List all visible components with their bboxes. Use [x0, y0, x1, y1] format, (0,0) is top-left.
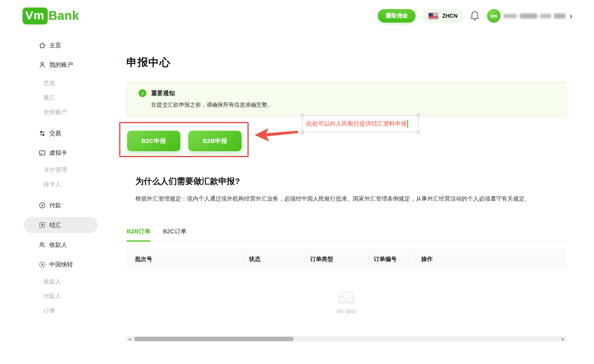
empty-state-text: No data — [337, 308, 356, 314]
sidebar-item-card-management[interactable]: 卡片管理 — [24, 163, 97, 177]
redacted-username — [504, 13, 566, 19]
b2c-declare-button[interactable]: B2C申报 — [127, 131, 180, 151]
selection-handle-icon — [301, 131, 304, 134]
sidebar-item-settlement[interactable]: ¥ 结汇 — [24, 217, 97, 233]
language-selector[interactable]: ZHCN — [423, 9, 463, 23]
logo-vm-badge: Vm — [22, 8, 48, 24]
tab-b2c-orders[interactable]: B2C订单 — [163, 224, 186, 241]
sidebar-item-virtual-card[interactable]: 虚拟卡 — [24, 145, 97, 161]
user-avatar: vm — [487, 9, 500, 23]
sidebar-item-home[interactable]: 主页 — [24, 38, 97, 53]
sidebar-nav: 主页 我的账户 总览 换汇 全球账户 交易 虚拟卡 卡片管理 持卡人 ¥ 付款 … — [0, 32, 118, 364]
column-order-number: 订单编号 — [368, 255, 416, 263]
column-batch-number: 批次号 — [126, 255, 244, 263]
why-heading: 为什么人们需要做汇款申报? — [135, 176, 566, 187]
top-header: Vm Bank 赚取佣金 ZHCN vm › — [0, 0, 594, 32]
sidebar-item-cft-payers[interactable]: 付款人 — [24, 289, 97, 304]
annotation-text-box: 此处可以向人民银行提供结汇资料申报 — [302, 115, 418, 132]
transfer-arrows-icon — [39, 130, 46, 137]
column-status: 状态 — [244, 255, 305, 263]
column-order-type: 订单类型 — [305, 255, 368, 263]
svg-text:¥: ¥ — [41, 223, 43, 227]
chevron-right-icon[interactable]: › — [570, 12, 572, 20]
selection-handle-icon — [301, 114, 304, 117]
sidebar-item-payments[interactable]: ¥ 付款 — [24, 197, 97, 213]
sidebar-item-label: 收款人 — [49, 241, 67, 249]
yuan-circle-icon: ¥ — [39, 202, 46, 209]
annotation-text: 此处可以向人民银行提供结汇资料申报 — [306, 120, 407, 128]
vmbank-logo[interactable]: Vm Bank — [22, 8, 79, 24]
column-actions: 操作 — [416, 255, 566, 263]
sidebar-item-label: 中国快转 — [49, 261, 73, 268]
sidebar-item-cft-orders[interactable]: 订单 — [24, 304, 97, 318]
sidebar-item-label: 虚拟卡 — [49, 149, 67, 157]
sidebar-item-label: 我的账户 — [49, 61, 73, 69]
sidebar-item-cardholders[interactable]: 持卡人 — [24, 177, 97, 192]
empty-state: No data — [126, 269, 566, 336]
yuan-square-icon: ¥ — [39, 221, 46, 229]
main-content: 申报中心 i 重要通知 在提交汇款申报之前，请确保所有信息准确完整。 B2C申报… — [126, 32, 566, 342]
notice-body: 在提交汇款申报之前，请确保所有信息准确完整。 — [151, 101, 557, 109]
sidebar-item-cft-payees[interactable]: 收款人 — [24, 274, 97, 289]
yuan-dashed-circle-icon: ¥ — [39, 261, 46, 268]
us-flag-icon — [428, 13, 438, 19]
notification-bell-icon[interactable] — [470, 11, 480, 21]
sidebar-item-exchange[interactable]: 换汇 — [24, 90, 97, 105]
sidebar-item-payees[interactable]: 收款人 — [24, 237, 97, 253]
tab-b2b-orders[interactable]: B2B订单 — [127, 224, 150, 242]
sidebar-item-overview[interactable]: 总览 — [24, 76, 97, 90]
sidebar-item-label: 主页 — [49, 42, 61, 49]
scrollbar-thumb[interactable] — [134, 337, 294, 341]
sidebar-item-label: 付款 — [49, 202, 61, 209]
language-label: ZHCN — [442, 13, 457, 19]
vmbank-app: Vm Bank 赚取佣金 ZHCN vm › 主页 — [0, 0, 594, 364]
why-section: 为什么人们需要做汇款申报? 根据外汇管理规定：境内个人通过境外机构经营外汇业务，… — [126, 176, 566, 203]
home-icon — [39, 42, 46, 49]
selection-handle-icon — [417, 131, 420, 134]
credit-card-icon — [39, 149, 46, 156]
why-body: 根据外汇管理规定：境内个人通过境外机构经营外汇业务，必须经中国人民银行批准。国家… — [135, 195, 566, 203]
page-title: 申报中心 — [126, 55, 566, 69]
important-notice-banner: i 重要通知 在提交汇款申报之前，请确保所有信息准确完整。 — [126, 82, 566, 116]
user-icon — [39, 61, 46, 68]
notice-title: 重要通知 — [151, 90, 175, 97]
sidebar-item-global-accounts[interactable]: 全球账户 — [24, 105, 97, 120]
orders-table-header: 批次号 状态 订单类型 订单编号 操作 — [126, 249, 566, 269]
header-controls: 赚取佣金 ZHCN vm › — [378, 9, 572, 23]
order-tabs: B2B订单 B2C订单 — [126, 224, 566, 242]
text-caret — [407, 120, 408, 128]
sidebar-item-transactions[interactable]: 交易 — [24, 126, 97, 141]
declare-actions: B2C申报 B2B申报 — [126, 131, 566, 151]
user-menu[interactable]: vm › — [487, 9, 572, 23]
earn-commission-button[interactable]: 赚取佣金 — [378, 9, 416, 23]
svg-text:¥: ¥ — [41, 263, 43, 266]
horizontal-scrollbar[interactable]: ◀ ▶ — [126, 336, 566, 342]
scroll-right-arrow-icon[interactable]: ▶ — [560, 336, 566, 342]
info-icon: i — [139, 89, 146, 97]
sidebar-item-my-account[interactable]: 我的账户 — [24, 57, 97, 73]
sidebar-item-china-fast-transfer[interactable]: ¥ 中国快转 — [24, 257, 97, 272]
people-icon — [39, 241, 46, 248]
b2b-declare-button[interactable]: B2B申报 — [188, 131, 242, 151]
logo-bank-text: Bank — [49, 9, 79, 23]
empty-box-icon — [335, 286, 358, 304]
sidebar-item-label: 交易 — [49, 130, 61, 137]
svg-text:¥: ¥ — [41, 203, 43, 207]
scroll-left-arrow-icon[interactable]: ◀ — [126, 336, 133, 342]
selection-handle-icon — [417, 114, 420, 117]
sidebar-item-label: 结汇 — [49, 221, 61, 229]
